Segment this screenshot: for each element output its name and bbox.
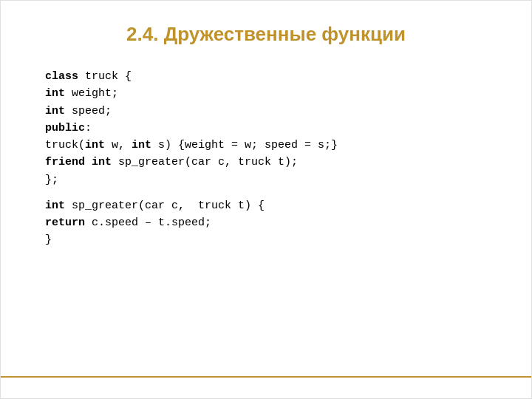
blank-line — [45, 188, 494, 197]
slide-title: 2.4. Дружественные функции — [38, 23, 494, 46]
keyword-int-6: int — [45, 200, 65, 212]
keyword-int-3: int — [85, 139, 105, 151]
code-line-3: int speed; — [45, 103, 494, 120]
code-line-6: friend int sp_greater(car c, truck t); — [45, 154, 494, 171]
code-line-9: return c.speed – t.speed; — [45, 214, 494, 231]
keyword-public: public — [45, 122, 85, 134]
code-line-7: }; — [45, 171, 494, 188]
keyword-int-4: int — [132, 139, 151, 151]
code-line-2: int weight; — [45, 85, 494, 102]
keyword-int-2: int — [45, 105, 65, 117]
keyword-int-5: int — [92, 156, 112, 168]
code-line-5: truck(int w, int s) {weight = w; speed =… — [45, 137, 494, 154]
code-line-4: public: — [45, 120, 494, 137]
keyword-int-1: int — [45, 87, 65, 100]
keyword-return: return — [45, 216, 85, 229]
keyword-class: class — [45, 70, 78, 83]
bottom-decorative-line — [1, 376, 531, 378]
code-line-10: } — [45, 231, 494, 248]
slide: 2.4. Дружественные функции class truck {… — [0, 0, 532, 399]
code-line-8: int sp_greater(car c, truck t) { — [45, 197, 494, 214]
keyword-friend: friend — [45, 156, 85, 168]
code-block: class truck { int weight; int speed; pub… — [45, 68, 494, 249]
code-line-1: class truck { — [45, 68, 494, 85]
